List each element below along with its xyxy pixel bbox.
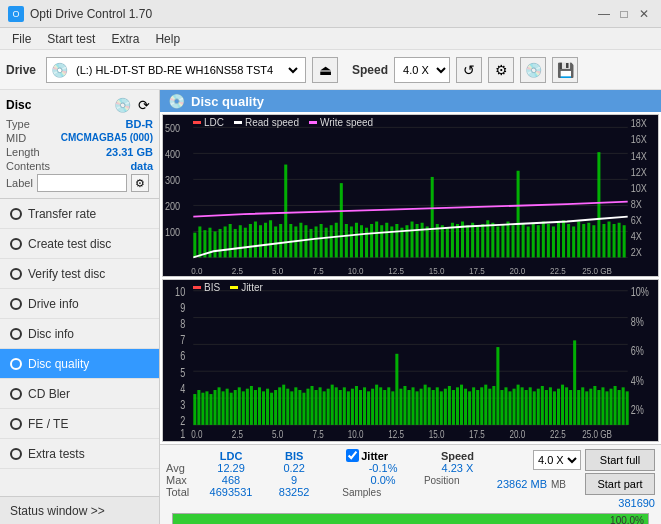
refresh-button[interactable]: ↺ (456, 57, 482, 83)
disc-label-input[interactable] (37, 174, 127, 192)
eject-button[interactable]: ⏏ (312, 57, 338, 83)
disc-icon-2[interactable]: ⟳ (135, 96, 153, 114)
svg-rect-96 (572, 226, 575, 257)
svg-rect-208 (468, 391, 471, 425)
svg-rect-232 (565, 387, 568, 425)
start-full-button[interactable]: Start full (585, 449, 655, 471)
disc-length-value: 23.31 GB (106, 146, 153, 158)
svg-rect-150 (234, 390, 237, 425)
svg-rect-56 (370, 224, 373, 257)
sidebar-item-transfer-rate[interactable]: Transfer rate (0, 199, 159, 229)
svg-text:10: 10 (175, 285, 185, 299)
svg-rect-207 (464, 389, 467, 425)
transfer-rate-icon (10, 208, 22, 220)
drive-dropdown[interactable]: (L:) HL-DT-ST BD-RE WH16NS58 TST4 (72, 63, 301, 77)
maximize-button[interactable]: □ (615, 5, 633, 23)
jitter-legend-label: Jitter (241, 282, 263, 293)
svg-text:20.0: 20.0 (510, 265, 526, 276)
svg-rect-214 (492, 386, 495, 425)
svg-rect-48 (330, 225, 333, 257)
svg-rect-33 (254, 222, 257, 258)
svg-text:0.0: 0.0 (191, 265, 202, 276)
svg-rect-178 (347, 391, 350, 425)
sidebar-item-disc-info[interactable]: Disc info (0, 319, 159, 349)
svg-rect-182 (363, 387, 366, 425)
cd-button[interactable]: 💿 (520, 57, 546, 83)
svg-text:15.0: 15.0 (429, 428, 445, 440)
svg-rect-167 (302, 393, 305, 425)
sidebar-item-verify-test-disc[interactable]: Verify test disc (0, 259, 159, 289)
svg-rect-78 (481, 224, 484, 257)
progress-bar-fill (173, 514, 648, 524)
speed-dropdown[interactable]: 4.0 X (394, 57, 450, 83)
verify-test-disc-icon (10, 268, 22, 280)
svg-text:5.0: 5.0 (272, 428, 283, 440)
svg-rect-224 (533, 391, 536, 425)
disc-length-label: Length (6, 146, 40, 158)
svg-rect-223 (529, 387, 532, 425)
menu-help[interactable]: Help (147, 30, 188, 48)
svg-rect-70 (441, 225, 444, 257)
minimize-button[interactable]: — (595, 5, 613, 23)
status-window-button[interactable]: Status window >> (0, 496, 159, 524)
disc-icon-1[interactable]: 💿 (113, 96, 131, 114)
svg-text:0.0: 0.0 (191, 428, 202, 440)
avg-jitter: -0.1% (342, 462, 424, 474)
jitter-checkbox-cell[interactable]: Jitter (342, 449, 424, 462)
svg-text:4: 4 (180, 381, 185, 395)
menu-extra[interactable]: Extra (103, 30, 147, 48)
svg-rect-39 (284, 165, 287, 258)
disc-label-row: Label ⚙ (6, 174, 153, 192)
svg-text:6: 6 (180, 349, 185, 363)
svg-text:16X: 16X (631, 134, 647, 146)
svg-rect-102 (602, 224, 605, 257)
svg-rect-141 (197, 390, 200, 425)
speed-row: 4.0 X Start full (533, 449, 655, 471)
sidebar-item-create-test-disc[interactable]: Create test disc (0, 229, 159, 259)
svg-rect-94 (562, 220, 565, 257)
svg-rect-213 (488, 389, 491, 425)
svg-rect-99 (587, 223, 590, 258)
svg-text:2%: 2% (631, 403, 645, 417)
speed-stats-dropdown[interactable]: 4.0 X (533, 450, 581, 470)
max-bis: 9 (266, 474, 322, 486)
position-unit: MB (551, 479, 581, 490)
sidebar-item-disc-quality[interactable]: Disc quality (0, 349, 159, 379)
charts-area: LDC Read speed Write speed (160, 112, 661, 444)
titlebar: O Opti Drive Control 1.70 — □ ✕ (0, 0, 661, 28)
disc-contents-row: Contents data (6, 160, 153, 172)
svg-rect-196 (420, 389, 423, 425)
svg-rect-236 (581, 387, 584, 425)
svg-rect-77 (476, 226, 479, 257)
svg-rect-171 (319, 387, 322, 425)
menu-start-test[interactable]: Start test (39, 30, 103, 48)
disc-quality-icon (10, 358, 22, 370)
drive-selector[interactable]: 💿 (L:) HL-DT-ST BD-RE WH16NS58 TST4 (46, 57, 306, 83)
svg-rect-242 (605, 391, 608, 425)
close-button[interactable]: ✕ (635, 5, 653, 23)
menu-file[interactable]: File (4, 30, 39, 48)
sidebar-item-drive-info[interactable]: Drive info (0, 289, 159, 319)
start-part-button[interactable]: Start part (585, 473, 655, 495)
settings-button[interactable]: ⚙ (488, 57, 514, 83)
sidebar-item-cd-bler[interactable]: CD Bler (0, 379, 159, 409)
svg-rect-204 (452, 390, 455, 425)
svg-text:22.5: 22.5 (550, 428, 566, 440)
window-controls[interactable]: — □ ✕ (595, 5, 653, 23)
sidebar-item-fe-te[interactable]: FE / TE (0, 409, 159, 439)
save-button[interactable]: 💾 (552, 57, 578, 83)
jitter-legend-item: Jitter (230, 282, 263, 293)
svg-rect-200 (436, 387, 439, 425)
fe-te-icon (10, 418, 22, 430)
svg-rect-233 (569, 390, 572, 425)
svg-rect-166 (298, 390, 301, 425)
sidebar-item-extra-tests[interactable]: Extra tests (0, 439, 159, 469)
svg-rect-155 (254, 390, 257, 425)
drive-info-icon (10, 298, 22, 310)
svg-rect-216 (500, 390, 503, 425)
disc-label-button[interactable]: ⚙ (131, 174, 149, 192)
jitter-checkbox[interactable] (346, 449, 359, 462)
svg-text:12.5: 12.5 (388, 265, 404, 276)
svg-rect-192 (403, 386, 406, 425)
svg-text:25.0 GB: 25.0 GB (582, 428, 612, 440)
